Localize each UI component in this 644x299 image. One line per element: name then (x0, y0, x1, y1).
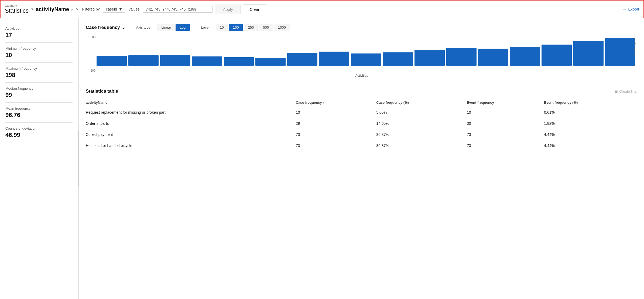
axis-type-label: Axis type (136, 25, 150, 29)
chart-bar (97, 56, 127, 66)
cell-caseFreq: 10 (296, 107, 376, 118)
chart-y-axis-label: Case frequency (633, 35, 636, 79)
level-500-button[interactable]: 500 (259, 24, 273, 31)
y-axis-values: 1,000 100 (86, 35, 95, 79)
filter-icon: ☰ (615, 89, 618, 93)
sidebar: Activities 17 Minimum frequency 10 Maxim… (0, 18, 78, 299)
chart-title-button[interactable]: Case frequency ⌄ (86, 25, 125, 30)
breadcrumb-category: Category Statistics (5, 4, 29, 14)
cell-activityName: Order in parts (86, 118, 296, 129)
table-section: Statistics table ☰ Create filter activit… (79, 83, 644, 157)
breadcrumb: Category Statistics > activityName ⌄ > (5, 4, 79, 14)
cell-caseFreq: 29 (296, 118, 376, 129)
col-header-eventFreqPct: Event frequency (%) (544, 98, 638, 107)
chart-bar (192, 56, 222, 66)
chart-bar (542, 45, 572, 66)
stat-item: Activities 17 (5, 23, 73, 43)
export-button[interactable]: → Export (622, 7, 639, 12)
values-text: 742, 743, 744, 745, 746 (146, 7, 186, 11)
chart-bar (224, 57, 254, 66)
cell-activityName: Request replacement for missing or broke… (86, 107, 296, 118)
axis-log-button[interactable]: Log (176, 24, 190, 31)
chart-bar (351, 53, 381, 66)
chart-bar (383, 52, 413, 66)
cell-caseFreqPct: 14.65% (376, 118, 467, 129)
chart-title-chevron-icon: ⌄ (122, 25, 125, 30)
right-panel: Case frequency ⌄ Axis type Linear Log Le… (79, 18, 644, 299)
axis-linear-button[interactable]: Linear (157, 24, 175, 31)
stat-item: Mean frequency 96.76 (5, 103, 73, 123)
stat-item: Count std. deviation 46.99 (5, 123, 73, 142)
filtered-by-label: Filtered by (82, 7, 100, 11)
dropdown-chevron-icon: ▼ (119, 7, 122, 11)
cell-eventFreqPct: 0.61% (544, 107, 638, 118)
activity-name-label: activityName (36, 6, 69, 12)
cell-eventFreq: 73 (467, 140, 544, 151)
y-val-bottom: 100 (86, 69, 95, 72)
stat-value: 17 (5, 32, 73, 39)
cell-activityName: Help load or handoff bicycle (86, 140, 296, 151)
chart-title: Case frequency (86, 25, 120, 30)
col-header-caseFreq[interactable]: Case frequency ↑ (296, 98, 376, 107)
create-filter-button[interactable]: ☰ Create filter (615, 89, 638, 93)
chart-bar (287, 53, 317, 66)
level-100-button[interactable]: 100 (229, 24, 243, 31)
col-header-eventFreq: Event frequency (467, 98, 544, 107)
chart-bar (255, 58, 286, 66)
breadcrumb-sep2: > (76, 6, 78, 12)
table-body: Request replacement for missing or broke… (86, 107, 638, 151)
breadcrumb-root: Statistics (5, 7, 29, 14)
export-arrow-icon: → (622, 7, 627, 12)
table-header-row: Statistics table ☰ Create filter (86, 89, 638, 94)
apply-button[interactable]: Apply (215, 5, 241, 14)
sidebar-divider[interactable] (78, 18, 79, 299)
clear-button[interactable]: Clear (243, 5, 266, 14)
axis-type-toggle: Linear Log (157, 24, 190, 31)
statistics-table: activityNameCase frequency ↑Case frequen… (86, 98, 638, 151)
stat-item: Minimum frequency 10 (5, 43, 73, 63)
stat-label: Maximum frequency (5, 66, 73, 70)
chart-bar (319, 52, 349, 66)
filter-field-dropdown[interactable]: caseId ▼ (103, 6, 125, 13)
table-row: Order in parts2914.65%301.82% (86, 118, 638, 129)
table-title: Statistics table (86, 89, 118, 94)
chart-section: Case frequency ⌄ Axis type Linear Log Le… (79, 18, 644, 83)
cell-caseFreq: 73 (296, 129, 376, 140)
cell-eventFreqPct: 4.44% (544, 129, 638, 140)
chart-area: 1,000 100 Case frequency Activities (86, 35, 638, 79)
breadcrumb-sep1: > (31, 6, 34, 12)
values-input[interactable]: 742, 743, 744, 745, 746 (198) (143, 6, 213, 13)
category-label: Category (5, 4, 29, 7)
chart-bar (573, 41, 604, 66)
stat-value: 99 (5, 92, 73, 99)
chevron-down-icon: ⌄ (70, 7, 73, 11)
stat-value: 46.99 (5, 132, 73, 139)
level-10-button[interactable]: 10 (216, 24, 228, 31)
level-250-button[interactable]: 250 (244, 24, 258, 31)
header-bar: Category Statistics > activityName ⌄ > F… (0, 0, 644, 18)
chart-bar (478, 49, 508, 66)
stat-item: Maximum frequency 198 (5, 63, 73, 83)
cell-eventFreqPct: 1.82% (544, 118, 638, 129)
activity-name-button[interactable]: activityName ⌄ (36, 6, 73, 12)
chart-header: Case frequency ⌄ Axis type Linear Log Le… (86, 24, 638, 31)
cell-activityName: Collect payment (86, 129, 296, 140)
cell-eventFreq: 30 (467, 118, 544, 129)
export-label: Export (628, 7, 639, 11)
stat-value: 198 (5, 72, 73, 79)
cell-caseFreqPct: 5.05% (376, 107, 467, 118)
level-1000-button[interactable]: 1000 (274, 24, 290, 31)
stat-label: Mean frequency (5, 106, 73, 110)
stat-value: 10 (5, 52, 73, 59)
chart-bar (510, 47, 540, 66)
table-header-row-cols: activityNameCase frequency ↑Case frequen… (86, 98, 638, 107)
cell-eventFreq: 73 (467, 129, 544, 140)
table-head: activityNameCase frequency ↑Case frequen… (86, 98, 638, 107)
table-row: Collect payment7336.87%734.44% (86, 129, 638, 140)
values-label: values (129, 7, 139, 11)
filter-field-value: caseId (106, 7, 117, 11)
chart-x-axis-label: Activities (355, 74, 368, 78)
y-val-top: 1,000 (86, 35, 95, 39)
chart-bar (605, 38, 635, 66)
col-header-caseFreqPct: Case frequency (%) (376, 98, 467, 107)
